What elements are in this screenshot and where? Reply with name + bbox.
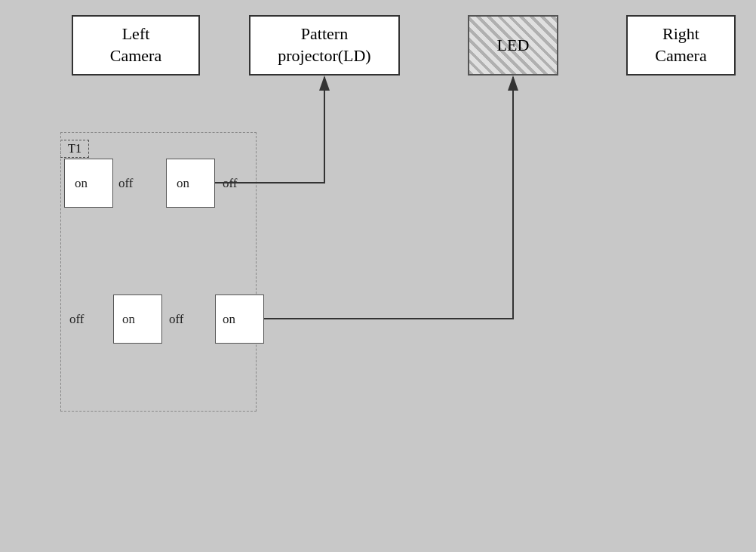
lower-on1-label: on: [122, 312, 135, 327]
upper-on2-label: on: [177, 176, 189, 191]
upper-off2-label: off: [223, 176, 238, 191]
lower-off2-label: off: [169, 312, 184, 327]
lower-on2-label: on: [223, 312, 235, 327]
right-camera-box: RightCamera: [626, 15, 736, 76]
left-camera-label: LeftCamera: [110, 23, 161, 66]
lower-on1-box: [113, 295, 162, 344]
right-camera-label: RightCamera: [655, 23, 706, 66]
pattern-projector-box: Patternprojector(LD): [249, 15, 400, 76]
upper-on1-label: on: [75, 176, 88, 191]
led-box: LED: [468, 15, 558, 76]
upper-off1-label: off: [118, 176, 134, 191]
pattern-projector-label: Patternprojector(LD): [278, 23, 370, 66]
left-camera-box: LeftCamera: [72, 15, 200, 76]
lower-signal-line: [264, 77, 513, 319]
diagram-container: LeftCamera Patternprojector(LD) LED Righ…: [0, 0, 756, 552]
upper-on2-box: [166, 159, 215, 208]
upper-on1-box: [64, 159, 113, 208]
lower-off1-label: off: [69, 312, 85, 327]
led-label: LED: [497, 35, 530, 57]
